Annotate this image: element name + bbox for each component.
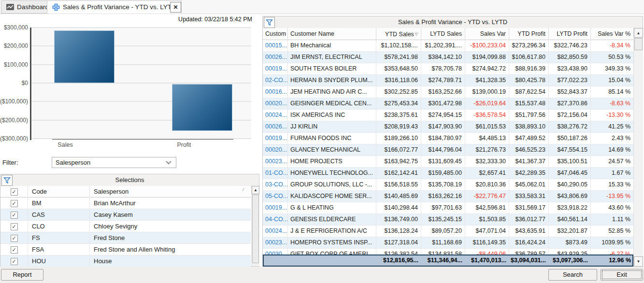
- column-header-customer-name[interactable]: Customer Name: [288, 28, 376, 40]
- customer-code-link[interactable]: 00015...: [263, 40, 288, 51]
- customer-code-link[interactable]: 03-CO...: [263, 179, 288, 190]
- cell: 15.33 %: [591, 179, 633, 190]
- cell: $52,843.37: [549, 86, 591, 98]
- customer-code-link[interactable]: 00030...: [263, 249, 288, 255]
- column-header-sales-var-[interactable]: Sales Var %: [591, 28, 634, 40]
- cell: JEM HEATING AND AIR C...: [288, 86, 376, 98]
- report-button[interactable]: Report: [1, 269, 43, 281]
- selections-filter-button[interactable]: [1, 175, 13, 186]
- filter-dropdown[interactable]: Salesperson: [52, 157, 176, 168]
- customer-code-link[interactable]: 04-CO...: [263, 214, 288, 225]
- row-checkbox[interactable]: ✓: [11, 223, 18, 230]
- line-chart-icon: [6, 4, 14, 10]
- cell: $208,919.43: [376, 121, 421, 132]
- customer-code-link[interactable]: 00023...: [263, 237, 288, 248]
- table-row[interactable]: 04-CO...GENESIS ELDERCARE$136,749.00$135…: [263, 214, 633, 226]
- selections-row[interactable]: ✓FSAFred Stone and Allen Whiting: [0, 244, 251, 255]
- row-checkbox[interactable]: ✓: [11, 200, 18, 207]
- table-row[interactable]: 00024...J & E REFRIGERATION A/C$136,128.…: [263, 226, 633, 237]
- table-row[interactable]: 00020...GLANCEY MECHANICAL$166,072.77$14…: [263, 144, 633, 156]
- column-header-lytd-profit[interactable]: LYTD Profit: [549, 28, 591, 40]
- table-row[interactable]: 00026...JIM ERNST, ELECTRICAL$578,241.98…: [263, 52, 633, 63]
- select-all-checkbox[interactable]: ✓: [11, 188, 18, 196]
- cell: $2,657.41: [465, 168, 509, 179]
- table-row[interactable]: 00016...JEM HEATING AND AIR C...$302,252…: [263, 86, 633, 98]
- table-row[interactable]: 00024...ISK AMERICAS INC$238,375.61$274,…: [263, 110, 633, 121]
- cell: -6.27 %: [591, 249, 633, 255]
- cell: $873.49: [549, 237, 591, 248]
- tab-strip: Dashboard Sales & Profit Variance - YTD …: [0, 0, 644, 14]
- customer-code-link[interactable]: 02-CO...: [263, 75, 288, 86]
- customer-code-link[interactable]: 00019...: [263, 202, 288, 213]
- table-row[interactable]: 00023...HOME PROJECTS$163,942.75$131,609…: [263, 156, 633, 168]
- customer-code-link[interactable]: 00024...: [263, 110, 288, 121]
- table-row[interactable]: 00026...JJ KIRLIN$208,919.43$147,903.90$…: [263, 121, 633, 133]
- scroll-up-button[interactable]: ▲: [634, 28, 643, 38]
- table-row[interactable]: 00019...G & L HEATING$140,298.44$97,701.…: [263, 202, 633, 214]
- customer-code-link[interactable]: 00020...: [263, 144, 288, 156]
- cell: $82,850.59: [549, 52, 591, 63]
- column-header-ytd-sales[interactable]: YTD Sales▽: [376, 28, 421, 40]
- column-header-lytd-sales[interactable]: LYTD Sales: [421, 28, 465, 40]
- row-checkbox[interactable]: ✓: [11, 258, 18, 265]
- customer-code-link[interactable]: 00026...: [263, 52, 288, 63]
- row-checkbox[interactable]: ✓: [11, 212, 18, 219]
- table-row[interactable]: 02-CO...HERMAN B SNYDER PLUM...$316,118.…: [263, 75, 633, 86]
- search-button[interactable]: Search: [548, 269, 597, 281]
- customer-code-link[interactable]: 00020...: [263, 98, 288, 109]
- chart-bar-profit[interactable]: [172, 84, 232, 131]
- selections-row[interactable]: ✓CLOChloey Sevigny: [0, 221, 251, 232]
- cell: $126,382.54: [376, 249, 421, 255]
- row-checkbox[interactable]: ✓: [11, 246, 18, 254]
- table-row[interactable]: 00015...BH Mechanical$1,102,158....$1,20…: [263, 40, 633, 52]
- chart-bar-sales[interactable]: [54, 30, 114, 83]
- scroll-down-button[interactable]: ▼: [634, 256, 643, 267]
- column-header-ytd-profit[interactable]: YTD Profit: [509, 28, 549, 40]
- customer-code-link[interactable]: 00024...: [263, 226, 288, 237]
- cell: 2.43 %: [591, 133, 633, 144]
- column-header-custom[interactable]: Custom: [263, 28, 288, 40]
- tab-dashboard[interactable]: Dashboard: [1, 0, 54, 14]
- table-row[interactable]: 00023...HOMEPRO SYSTEMS INSP...$127,318.…: [263, 237, 633, 249]
- customer-code-link[interactable]: 00023...: [263, 156, 288, 167]
- selections-scrollbar[interactable]: ▲: [251, 186, 259, 266]
- table-row[interactable]: 00020...GEISINGER MEDICAL CEN...$275,453…: [263, 98, 633, 110]
- tab-sales-profit-variance[interactable]: Sales & Profit Variance - YTD vs. LYTD: [47, 0, 182, 14]
- table-row[interactable]: 01-CO...HONEYWELL TECHNOLOG...$162,142.4…: [263, 168, 633, 179]
- selections-row[interactable]: ✓HOUHouse: [0, 255, 251, 267]
- customer-code-link[interactable]: 00019...: [263, 133, 288, 144]
- customer-code-link[interactable]: 05-CO...: [263, 191, 288, 202]
- selections-row[interactable]: ✓FSFred Stone: [0, 232, 251, 244]
- customer-code-link[interactable]: 00019...: [263, 63, 288, 74]
- selections-row[interactable]: ✓BMBrian McArthur: [0, 198, 251, 209]
- table-row[interactable]: 00019...FURMAN FOODS INC$189,266.10$184,…: [263, 133, 633, 144]
- column-header-sales-var[interactable]: Sales Var: [465, 28, 509, 40]
- table-row[interactable]: 05-CO...KALIDASCOPE HOME SER...$140,485.…: [263, 191, 633, 202]
- customer-code-link[interactable]: 00026...: [263, 121, 288, 132]
- scroll-up-button[interactable]: ▲: [252, 186, 259, 194]
- scrollbar-thumb[interactable]: [252, 195, 259, 263]
- table-filter-button[interactable]: [264, 17, 275, 28]
- cell: $77,022.23: [549, 75, 591, 86]
- cell: $43,635.91: [509, 226, 549, 237]
- column-header-salesperson[interactable]: Salesperson: [90, 186, 251, 198]
- selections-row[interactable]: ✓CASCasey Kasem: [0, 209, 251, 221]
- table-row[interactable]: 00019...SOUTH TEXAS BOILER$353,648.50$78…: [263, 63, 633, 75]
- customer-code-link[interactable]: 00016...: [263, 86, 288, 98]
- scrollbar-thumb[interactable]: [634, 38, 643, 50]
- table-scrollbar[interactable]: ▲ ▼: [633, 28, 643, 267]
- table-row[interactable]: 00030...GIFT BOX CORP OF AMERI...$126,38…: [263, 249, 633, 255]
- tab-close-button[interactable]: ✕: [170, 2, 181, 13]
- salesperson-cell: House: [90, 255, 251, 267]
- cell: $274,954.15: [421, 110, 465, 121]
- exit-button[interactable]: Exit: [601, 269, 643, 281]
- table-row[interactable]: 03-CO...GROUP SOLUTIONS, LLC -...$156,51…: [263, 179, 633, 191]
- cell: $159,485.00: [421, 168, 465, 179]
- filter-label: Filter:: [2, 159, 18, 166]
- cell: $140,298.44: [376, 202, 421, 213]
- row-checkbox[interactable]: ✓: [11, 235, 18, 242]
- customer-code-link[interactable]: 01-CO...: [263, 168, 288, 179]
- cell: $135,245.15: [421, 214, 465, 225]
- column-header-code[interactable]: Code: [28, 186, 90, 198]
- selections-panel: Selections ✓ Code Salesperson / ✓BMBrian…: [0, 174, 259, 267]
